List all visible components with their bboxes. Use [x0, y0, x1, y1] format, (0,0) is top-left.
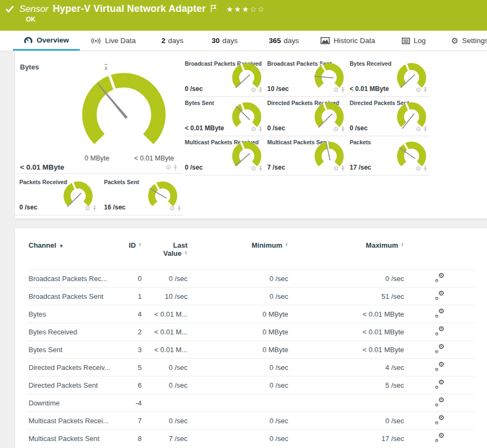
pin-icon[interactable] [258, 87, 263, 93]
edit-channel-icon[interactable]: ⚙⚙ [435, 380, 444, 388]
column-header-id[interactable]: ID▲▼ [117, 241, 142, 270]
tab-30-days[interactable]: 30 days [206, 31, 244, 51]
gauge-tile-packets-received: Packets Received 0 /sec ⚙ [15, 178, 99, 215]
channels-panel: Channel▼ ID▲▼ Last Value▲▼ Minimum▲▼ Max… [15, 228, 487, 448]
channels-table: Channel▼ ID▲▼ Last Value▲▼ Minimum▲▼ Max… [29, 241, 475, 447]
channel-id: 4 [117, 305, 142, 323]
sort-desc-icon: ▼ [59, 243, 64, 249]
channel-name[interactable]: Bytes [29, 305, 117, 323]
channel-maximum: 17 /sec [288, 430, 404, 447]
channel-settings-gear-icon[interactable]: ⚙ [415, 87, 421, 93]
tab-historic-data[interactable]: Historic Data [318, 31, 378, 51]
table-row: Downtime -4 ⚙⚙ [29, 394, 475, 412]
priority-stars[interactable]: ★★★☆☆ [226, 5, 266, 13]
channel-name[interactable]: Multicast Packets Recei... [29, 412, 117, 430]
tab-365-days[interactable]: 365 days [262, 31, 305, 51]
channel-minimum: 0 /sec [187, 270, 288, 288]
tab-overview[interactable]: Overview [13, 31, 80, 51]
channel-id: 5 [117, 359, 142, 376]
channel-id: 8 [117, 430, 142, 447]
table-row: Bytes Sent 3 < 0.01 M... 0 MByte < 0.01 … [29, 341, 475, 359]
gauge-value: < 0.01 MByte [20, 163, 64, 171]
pin-icon[interactable] [173, 165, 178, 171]
pin-icon[interactable] [258, 166, 263, 172]
channel-settings-gear-icon[interactable]: ⚙ [415, 126, 421, 132]
flag-icon[interactable] [210, 5, 217, 13]
channel-settings-gear-icon[interactable]: ⚙ [169, 205, 175, 212]
gauge-tile-packets: Packets 17 /sec ⚙ [350, 138, 429, 176]
edit-channel-icon[interactable]: ⚙⚙ [435, 362, 444, 370]
column-header-last-value[interactable]: Last Value▲▼ [142, 241, 187, 270]
channel-settings-gear-icon[interactable]: ⚙ [333, 126, 339, 132]
edit-channel-icon[interactable]: ⚙⚙ [435, 291, 444, 299]
channel-settings-gear-icon[interactable]: ⚙ [415, 165, 421, 172]
gauge-tile-multicast-packets-sent: Multicast Packets Sent 7 /sec ⚙ [267, 138, 347, 176]
channel-name[interactable]: Downtime [29, 394, 117, 412]
channel-name[interactable]: Directed Packets Sent [29, 376, 117, 394]
channel-name[interactable]: Broadcast Packets Rec... [29, 270, 117, 288]
channel-settings-gear-icon[interactable]: ⚙ [333, 165, 339, 172]
column-header-minimum[interactable]: Minimum▲▼ [187, 241, 288, 270]
channel-settings-gear-icon[interactable]: ⚙ [251, 165, 256, 172]
column-header-maximum[interactable]: Maximum▲▼ [288, 241, 404, 270]
channel-last-value: 0 /sec [142, 359, 187, 376]
column-header-channel[interactable]: Channel▼ [29, 241, 117, 270]
edit-channel-icon[interactable]: ⚙⚙ [435, 274, 444, 282]
column-header-actions [404, 241, 475, 270]
channel-name[interactable]: Broadcast Packets Sent [29, 288, 117, 305]
edit-channel-icon[interactable]: ⚙⚙ [435, 345, 444, 353]
gauge-title: Packets Sent [104, 179, 139, 185]
gauge-value: 10 /sec [267, 85, 289, 93]
pin-icon[interactable] [92, 206, 97, 212]
channel-last-value: 0 /sec [142, 270, 187, 288]
edit-channel-icon[interactable]: ⚙⚙ [435, 309, 444, 317]
channel-settings-gear-icon[interactable]: ⚙ [251, 87, 256, 93]
channel-last-value: < 0.01 M... [142, 341, 187, 359]
pin-icon[interactable] [177, 206, 182, 212]
table-row: Multicast Packets Recei... 7 0 /sec 0 /s… [29, 412, 475, 430]
tab-live-data[interactable]: Live Data [86, 31, 140, 51]
table-row: Directed Packets Sent 6 0 /sec 0 /sec 5 … [29, 376, 475, 394]
gauge-value: 0 /sec [19, 204, 37, 211]
channel-minimum: 0 MByte [187, 341, 288, 359]
channel-name[interactable]: Bytes Received [29, 323, 117, 341]
edit-channel-icon[interactable]: ⚙⚙ [435, 433, 444, 442]
channel-name[interactable]: Multicast Packets Sent [29, 430, 117, 447]
channel-settings-gear-icon[interactable]: ⚙ [333, 87, 339, 93]
gauge-title: Packets [350, 139, 371, 145]
pin-icon[interactable] [423, 127, 428, 132]
pin-icon[interactable] [423, 87, 428, 93]
channel-settings-gear-icon[interactable]: ⚙ [251, 126, 256, 132]
channel-name[interactable]: Bytes Sent [29, 341, 117, 359]
live-icon [91, 38, 101, 44]
tab-settings[interactable]: ⚙ Settings [447, 31, 487, 51]
channel-name[interactable]: Directed Packets Receiv... [29, 359, 117, 376]
gauge-value: 17 /sec [350, 164, 371, 171]
channel-id: 1 [117, 288, 142, 305]
gauge-title: Bytes Sent [185, 100, 214, 106]
pin-icon[interactable] [258, 127, 263, 132]
edit-channel-icon[interactable]: ⚙⚙ [435, 398, 444, 406]
edit-channel-icon[interactable]: ⚙⚙ [435, 416, 444, 424]
pin-icon[interactable] [340, 87, 345, 93]
channel-id: 6 [117, 376, 142, 394]
gauge-value: 0 /sec [267, 124, 285, 132]
chart-icon [321, 37, 330, 44]
edit-channel-icon[interactable]: ⚙⚙ [435, 327, 444, 335]
pin-icon[interactable] [340, 166, 345, 172]
channel-minimum: 0 MByte [187, 323, 288, 341]
pin-icon[interactable] [340, 127, 345, 132]
channel-last-value [142, 394, 187, 412]
channel-id: 7 [117, 412, 142, 430]
gear-icon: ⚙ [451, 37, 458, 45]
sort-icon: ▲▼ [138, 242, 142, 247]
check-icon [5, 5, 14, 13]
bytes-gauge[interactable] [73, 65, 175, 161]
pin-icon[interactable] [423, 166, 428, 172]
channel-settings-gear-icon[interactable]: ⚙ [165, 164, 171, 171]
tab-log[interactable]: Log [397, 31, 430, 51]
channel-minimum [187, 394, 288, 412]
tab-bar: Overview Live Data 2 days 30 days 365 da… [0, 31, 487, 51]
tab-2-days[interactable]: 2 days [156, 31, 189, 51]
channel-settings-gear-icon[interactable]: ⚙ [85, 205, 91, 212]
